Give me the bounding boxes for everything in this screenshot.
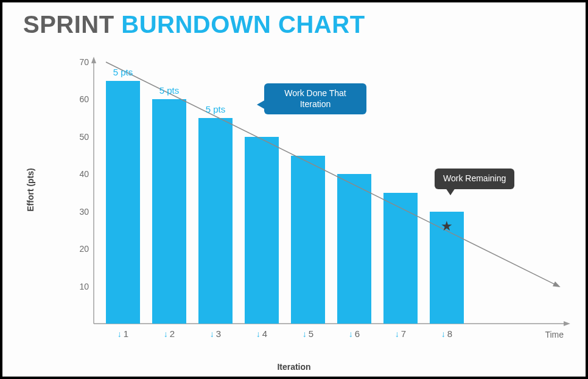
page-title: SPRINT BURNDOWN CHART: [23, 11, 365, 38]
x-tick: ↓6: [349, 329, 360, 339]
down-arrow-icon: ↓: [441, 329, 446, 339]
bar-value-label: 5 pts: [113, 67, 133, 77]
down-arrow-icon: ↓: [349, 329, 353, 339]
y-tick: 50: [68, 132, 89, 142]
y-tick: 30: [68, 207, 89, 217]
down-arrow-icon: ↓: [117, 329, 122, 339]
y-tick: 20: [68, 244, 89, 254]
down-arrow-icon: ↓: [256, 329, 261, 339]
down-arrow-icon: ↓: [395, 329, 399, 339]
down-arrow-icon: ↓: [164, 329, 168, 339]
x-tick: ↓7: [395, 329, 406, 339]
x-tick: ↓4: [256, 329, 267, 339]
x-tick: ↓8: [441, 329, 452, 339]
y-tick: 70: [68, 57, 89, 67]
x-tick: ↓2: [164, 329, 175, 339]
title-left: SPRINT: [23, 11, 121, 38]
title-accent: BURNDOWN CHART: [121, 11, 365, 38]
down-arrow-icon: ↓: [210, 329, 214, 339]
x-axis-label: Iteration: [2, 362, 586, 372]
y-axis-label: Effort (pts): [26, 168, 35, 212]
x-tick: ↓3: [210, 329, 221, 339]
star-icon: ★: [441, 218, 453, 234]
bar-value-label: 5 pts: [159, 85, 180, 96]
callout-work-remaining: Work Remaining: [435, 169, 514, 189]
y-tick: 10: [68, 282, 89, 291]
chart-frame: SPRINT BURNDOWN CHART Effort (pts) Itera…: [0, 0, 588, 379]
y-tick: 60: [68, 94, 89, 104]
burndown-chart: Time 10203040506070↓15 pts↓25 pts↓35 pts…: [94, 62, 569, 324]
bar-value-label: 5 pts: [206, 104, 226, 114]
x-axis-time-label: Time: [545, 330, 564, 339]
down-arrow-icon: ↓: [303, 329, 307, 339]
callout-work-done: Work Done That Iteration: [264, 83, 366, 114]
x-tick: ↓1: [117, 329, 128, 339]
x-tick: ↓5: [303, 329, 313, 339]
y-tick: 40: [68, 169, 89, 179]
